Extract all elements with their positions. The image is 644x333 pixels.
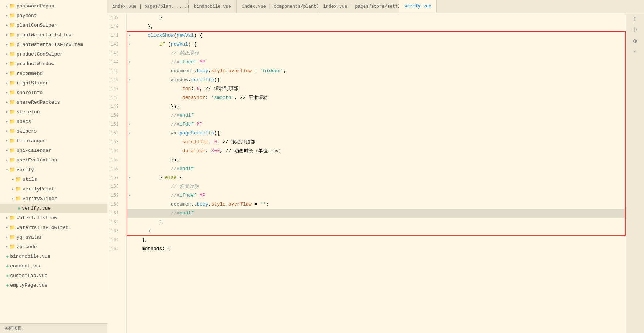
sidebar-item-productConSwiper[interactable]: ▸ 📁productConSwiper [0,50,107,59]
gutter-155 [127,156,133,164]
code-text-142: if (newVal) { [133,40,197,49]
code-text-149: }); [133,102,179,111]
code-line-140: }, [127,22,626,31]
line-number-150: 150 [107,111,122,120]
sidebar-item-payment[interactable]: ▸ 📁payment [0,11,107,21]
line-number-164: 164 [107,236,122,244]
arrow-icon: ▸ [6,224,8,232]
right-panel: I 中 ◑ ☀ [626,13,644,333]
code-text-141: clickShow(newVal) { [133,31,202,40]
folder-icon: 📁 [9,108,15,116]
code-line-151: ▸ //#ifdef MP [127,120,626,129]
sidebar-item-label: plantWaterfallsFlowItem [17,41,83,49]
sidebar-item-recommend[interactable]: ▸ 📁recommend [0,69,107,79]
code-line-142: ▸ if (newVal) { [127,40,626,49]
gutter-159: ▸ [127,191,133,200]
sidebar-item-label: uni-calendar [17,147,51,155]
sidebar-item-verifyPoint[interactable]: ▸ 📁verifyPoint [0,184,107,194]
arrow-icon: ▸ [6,233,8,242]
code-line-160: document.body.style.overflow = ''; [127,200,626,209]
file-icon: ◈ [6,282,9,290]
arrow-icon: ▸ [6,12,8,20]
sidebar-item-comment.vue[interactable]: ◈comment.vue [0,262,107,271]
sidebar-item-shareInfo[interactable]: ▸ 📁shareInfo [0,88,107,98]
arrow-icon: ▸ [6,127,8,136]
brightness-icon[interactable]: ☀ [633,48,637,56]
sidebar-item-userEvaluation[interactable]: ▸ 📁userEvaluation [0,156,107,165]
sidebar-item-WaterfallsFlowItem[interactable]: ▸ 📁WaterfallsFlowItem [0,223,107,233]
gutter-163 [127,227,133,236]
sidebar-item-shareRedPackets[interactable]: ▸ 📁shareRedPackets [0,98,107,107]
sidebar-item-WaterfallsFlow[interactable]: ▸ 📁WaterfallsFlow [0,213,107,223]
line-number-154: 154 [107,147,122,156]
tab-tab2[interactable]: bindmobile.vue [189,0,237,13]
sidebar-item-utils[interactable]: ▸ 📁utils [0,175,107,184]
tab-tab1[interactable]: index.vue | pages/plan......ant_detail [107,0,189,13]
sidebar-item-emptyPage.vue[interactable]: ◈emptyPage.vue [0,281,107,290]
sidebar-item-rightSlider[interactable]: ▸ 📁rightSlider [0,79,107,88]
arrow-icon: ▸ [12,185,14,193]
line-number-157: 157 [107,173,122,182]
code-content[interactable]: } },▸ clickShow(newVal) {▸ if (newVal) {… [127,13,626,333]
theme-icon[interactable]: ◑ [633,37,637,44]
sidebar-item-specs[interactable]: ▸ 📁specs [0,117,107,127]
arrow-icon: ▾ [6,166,8,174]
code-text-140: }, [133,22,154,31]
code-text-157: } else { [133,173,182,182]
code-line-163: } [127,227,626,236]
tab-tab5[interactable]: verify.vue [399,0,437,13]
sidebar-item-label: productConSwiper [17,50,63,59]
lang-icon[interactable]: 中 [633,27,637,33]
code-line-157: ▸ } else { [127,173,626,182]
sidebar-item-verifySlider[interactable]: ▸ 📁verifySlider [0,194,107,204]
cursor-icon[interactable]: I [633,16,637,23]
gutter-148 [127,93,133,102]
editor-area: 1391401411421431441451461471481491501511… [107,13,644,333]
code-line-148: behavior: 'smooth', // 平滑滚动 [127,93,626,102]
folder-icon: 📁 [9,60,15,68]
code-line-164: }, [127,236,626,244]
sidebar-item-passwordPopup[interactable]: ▸ 📁passwordPopup [0,1,107,11]
code-text-152: wx.pageScrollTo({ [133,129,220,138]
code-line-153: scrollTop: 0, // 滚动到顶部 [127,138,626,147]
sidebar-item-label: verifySlider [23,195,57,203]
line-number-152: 152 [107,129,122,138]
sidebar-item-label: plantConSwiper [17,21,57,30]
sidebar-item-yq-avatar[interactable]: ▸ 📁yq-avatar [0,233,107,242]
code-text-148: behavior: 'smooth', // 平滑滚动 [133,93,268,102]
line-number-165: 165 [107,244,122,253]
sidebar-close-button[interactable]: 关闭项目 [0,323,107,333]
sidebar-item-label: passwordPopup [17,2,54,10]
sidebar-item-verify[interactable]: ▾ 📁verify [0,165,107,175]
gutter-140 [127,22,133,31]
folder-icon: 📁 [9,233,15,242]
gutter-157: ▸ [127,173,133,182]
sidebar-item-bindmobile.vue[interactable]: ◈bindmobile.vue [0,252,107,262]
line-number-163: 163 [107,227,122,236]
tab-tab3[interactable]: index.vue | components/plantConSwiper [237,0,318,13]
sidebar-item-plantWaterfallsFlowItem[interactable]: ▸ 📁plantWaterfallsFlowItem [0,40,107,50]
sidebar-item-uni-calendar[interactable]: ▸ 📁uni-calendar [0,146,107,156]
tab-tab4[interactable]: index.vue | pages/store/settled [318,0,399,13]
folder-icon: 📁 [9,79,15,87]
sidebar-item-label: timeranges [17,137,45,145]
sidebar-item-swipers[interactable]: ▸ 📁swipers [0,127,107,136]
code-line-144: ▸ //#ifndef MP [127,58,626,67]
sidebar-item-plantConSwiper[interactable]: ▸ 📁plantConSwiper [0,21,107,30]
sidebar-item-productWindow[interactable]: ▸ 📁productWindow [0,59,107,69]
sidebar-item-skeleton[interactable]: ▸ 📁skeleton [0,107,107,117]
gutter-158 [127,182,133,191]
sidebar-item-verify.vue[interactable]: ◈verify.vue [0,204,107,213]
line-number-145: 145 [107,67,122,76]
sidebar-item-customTab.vue[interactable]: ◈customTab.vue [0,271,107,281]
sidebar-item-plantWaterfallsFlow[interactable]: ▸ 📁plantWaterfallsFlow [0,30,107,40]
arrow-icon: ▸ [6,31,8,39]
folder-icon: 📁 [15,195,21,203]
code-line-156: //#endif [127,164,626,173]
code-lines: } },▸ clickShow(newVal) {▸ if (newVal) {… [127,13,626,253]
arrow-icon: ▸ [6,60,8,68]
sidebar-item-timeranges[interactable]: ▸ 📁timeranges [0,136,107,146]
code-text-151: //#ifdef MP [133,120,202,129]
sidebar-item-zb-code[interactable]: ▸ 📁zb-code [0,242,107,252]
folder-icon: 📁 [9,21,15,30]
